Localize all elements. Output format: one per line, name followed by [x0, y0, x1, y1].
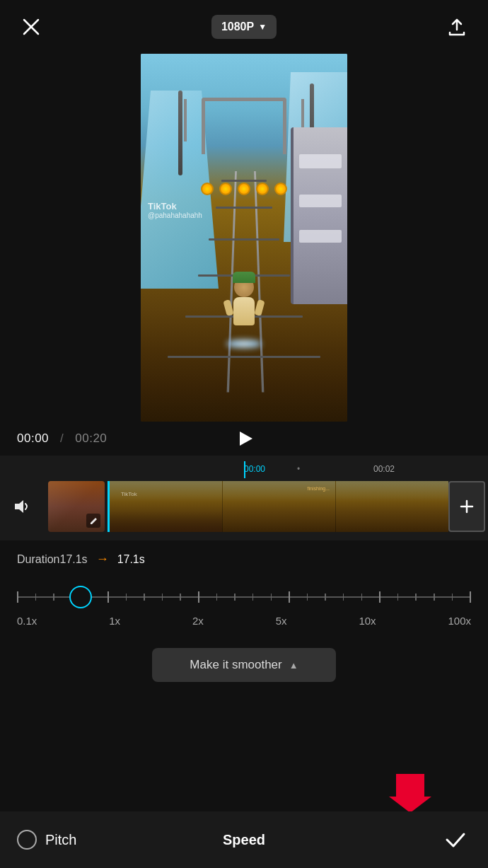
arch-gate: [202, 98, 286, 154]
tick: [35, 594, 37, 601]
timestamp-02: 00:02: [373, 464, 395, 474]
smoother-label: Make it smoother: [190, 658, 281, 672]
resolution-label: 1080P: [221, 21, 254, 33]
smoother-icon: ▲: [289, 660, 298, 671]
pole-left: [178, 91, 182, 175]
chevron-down-icon: ▼: [258, 22, 267, 32]
tick: [289, 591, 290, 603]
close-icon: [21, 17, 41, 37]
hoverboard-glow: [226, 340, 262, 348]
svg-marker-6: [389, 774, 431, 813]
tick: [307, 594, 308, 601]
clip-strip[interactable]: TikTok finishing...: [108, 481, 448, 532]
duration-arrow: →: [96, 552, 109, 567]
tick: [252, 594, 254, 601]
coin: [274, 183, 287, 195]
coins-row: [201, 183, 287, 195]
tick: [198, 591, 199, 603]
resolution-selector[interactable]: 1080P ▼: [211, 15, 277, 39]
character-body: [233, 297, 255, 325]
add-clip-button[interactable]: [448, 481, 485, 532]
tick: [216, 594, 218, 601]
timeline-timestamps: 00:00 • 00:02: [0, 461, 488, 478]
svg-marker-3: [15, 500, 23, 513]
volume-button[interactable]: [0, 497, 42, 516]
tick: [180, 594, 181, 601]
duration-new-value: 17.1s: [117, 553, 145, 566]
play-button[interactable]: [228, 423, 260, 454]
tiktok-watermark: TikTok @pahahahahahh: [148, 201, 202, 219]
character-head: [234, 277, 254, 297]
total-time: 00:20: [75, 432, 107, 446]
tick: [271, 594, 272, 601]
bottom-bar: Pitch Speed: [0, 811, 488, 868]
pitch-option[interactable]: Pitch: [17, 830, 76, 850]
tick: [162, 594, 163, 601]
tick: [144, 594, 145, 601]
clip-frame: TikTok: [110, 481, 223, 532]
current-time: 00:00: [17, 432, 49, 446]
timestamp-00: 00:00: [244, 464, 265, 474]
speed-labels: 0.1x 1x 2x 5x 10x 100x: [17, 608, 471, 627]
tick: [126, 594, 127, 601]
timeline-content[interactable]: TikTok finishing...: [0, 478, 488, 535]
pencil-icon: [86, 514, 100, 528]
speed-tab-label: Speed: [223, 832, 265, 848]
coin: [238, 183, 250, 195]
clip-frame: finishing...: [223, 481, 336, 532]
make-smoother-button[interactable]: Make it smoother ▲: [152, 648, 336, 682]
red-arrow-indicator: [389, 774, 431, 813]
clip-thumbnail-small[interactable]: [48, 481, 105, 532]
tick: [17, 591, 18, 603]
time-separator: /: [60, 432, 64, 446]
pitch-toggle[interactable]: [17, 830, 37, 850]
close-button[interactable]: [17, 13, 45, 41]
character-legs: [223, 327, 265, 341]
tick: [397, 594, 399, 601]
upload-button[interactable]: [443, 13, 471, 41]
speed-label-2x: 2x: [192, 615, 204, 627]
duration-section: Duration17.1s → 17.1s: [0, 540, 488, 572]
character: [223, 277, 265, 341]
smoother-section: Make it smoother ▲: [0, 634, 488, 689]
timeline-section: 00:00 • 00:02 TikTok finishing...: [0, 456, 488, 540]
tick: [234, 594, 236, 601]
checkmark-icon: [444, 828, 467, 851]
volume-icon: [12, 497, 30, 516]
speed-slider-track[interactable]: [17, 586, 471, 608]
tick: [108, 591, 109, 603]
clip-frame: [336, 481, 448, 532]
coin: [219, 183, 232, 195]
upload-icon: [447, 17, 467, 37]
pitch-label: Pitch: [45, 832, 76, 848]
tick: [452, 594, 453, 601]
video-preview[interactable]: TikTok @pahahahahahh: [141, 54, 347, 422]
speed-label-1x: 1x: [109, 615, 120, 627]
tick: [379, 591, 380, 603]
play-icon: [230, 424, 258, 453]
tick: [325, 594, 326, 601]
svg-marker-2: [240, 432, 252, 446]
red-arrow-icon: [389, 774, 431, 813]
slider-handle[interactable]: [69, 586, 92, 608]
time-bar: 00:00 / 00:20: [0, 422, 488, 456]
speed-label-10x: 10x: [359, 615, 376, 627]
coin: [201, 183, 214, 195]
header: 1080P ▼: [0, 0, 488, 54]
tick: [53, 594, 54, 601]
coin: [256, 183, 269, 195]
speed-label-01x: 0.1x: [17, 615, 37, 627]
duration-text: Duration17.1s → 17.1s: [17, 552, 471, 567]
video-container: TikTok @pahahahahahh: [0, 54, 488, 422]
speed-slider-section: 0.1x 1x 2x 5x 10x 100x: [0, 572, 488, 634]
tick: [434, 594, 435, 601]
tick: [415, 594, 417, 601]
confirm-button[interactable]: [440, 824, 471, 855]
speed-label-100x: 100x: [448, 615, 471, 627]
video-inner: TikTok @pahahahahahh: [141, 54, 347, 422]
train-side: [291, 127, 347, 304]
tick: [470, 591, 471, 603]
duration-label: Duration17.1s: [17, 553, 88, 566]
edit-icon: [89, 516, 98, 525]
speed-label-5x: 5x: [276, 615, 287, 627]
